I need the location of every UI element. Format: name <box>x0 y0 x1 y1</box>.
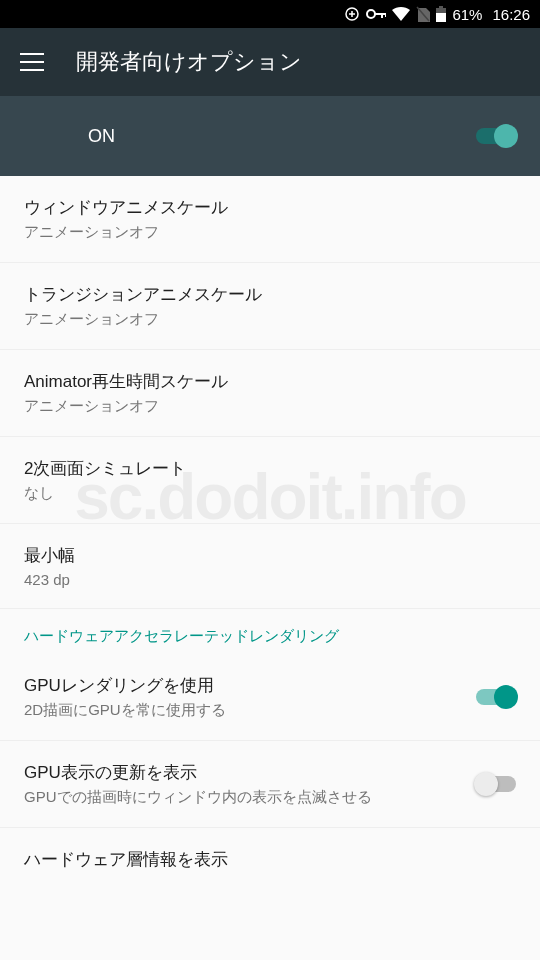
setting-show-hardware-layers[interactable]: ハードウェア層情報を表示 <box>0 828 540 895</box>
battery-icon <box>436 6 446 22</box>
setting-transition-anim-scale[interactable]: トランジションアニメスケール アニメーションオフ <box>0 263 540 350</box>
setting-subtitle: GPUでの描画時にウィンドウ内の表示を点滅させる <box>24 788 476 807</box>
setting-subtitle: アニメーションオフ <box>24 397 516 416</box>
setting-title: GPUレンダリングを使用 <box>24 674 476 697</box>
setting-title: トランジションアニメスケール <box>24 283 516 306</box>
setting-subtitle: アニメーションオフ <box>24 310 516 329</box>
setting-simulate-secondary-displays[interactable]: 2次画面シミュレート なし <box>0 437 540 524</box>
master-toggle-switch[interactable] <box>476 128 516 144</box>
svg-point-1 <box>367 10 375 18</box>
vpn-key-icon <box>366 8 386 20</box>
setting-window-anim-scale[interactable]: ウィンドウアニメスケール アニメーションオフ <box>0 176 540 263</box>
setting-force-gpu-rendering[interactable]: GPUレンダリングを使用 2D描画にGPUを常に使用する <box>0 654 540 741</box>
wifi-icon <box>392 7 410 21</box>
battery-percent: 61% <box>452 6 482 23</box>
setting-title: Animator再生時間スケール <box>24 370 516 393</box>
setting-title: ハードウェア層情報を表示 <box>24 848 516 871</box>
data-saver-icon <box>344 6 360 22</box>
hamburger-menu-icon[interactable] <box>20 53 44 71</box>
setting-title: GPU表示の更新を表示 <box>24 761 476 784</box>
setting-subtitle: 423 dp <box>24 571 516 588</box>
setting-subtitle: 2D描画にGPUを常に使用する <box>24 701 476 720</box>
toggle-switch[interactable] <box>476 689 516 705</box>
app-bar: 開発者向けオプション <box>0 28 540 96</box>
settings-list: ウィンドウアニメスケール アニメーションオフ トランジションアニメスケール アニ… <box>0 176 540 895</box>
svg-rect-4 <box>436 13 446 22</box>
setting-title: 2次画面シミュレート <box>24 457 516 480</box>
no-sim-icon <box>416 6 430 22</box>
master-toggle-row[interactable]: ON <box>0 96 540 176</box>
toggle-switch[interactable] <box>476 776 516 792</box>
setting-subtitle: なし <box>24 484 516 503</box>
setting-title: ウィンドウアニメスケール <box>24 196 516 219</box>
master-toggle-label: ON <box>88 126 115 147</box>
page-title: 開発者向けオプション <box>76 47 302 77</box>
svg-rect-3 <box>439 6 443 8</box>
setting-smallest-width[interactable]: 最小幅 423 dp <box>0 524 540 609</box>
setting-title: 最小幅 <box>24 544 516 567</box>
setting-subtitle: アニメーションオフ <box>24 223 516 242</box>
status-bar: 61% 16:26 <box>0 0 540 28</box>
section-header-hw-accel: ハードウェアアクセラレーテッドレンダリング <box>0 609 540 654</box>
setting-animator-duration-scale[interactable]: Animator再生時間スケール アニメーションオフ <box>0 350 540 437</box>
clock: 16:26 <box>492 6 530 23</box>
setting-show-gpu-view-updates[interactable]: GPU表示の更新を表示 GPUでの描画時にウィンドウ内の表示を点滅させる <box>0 741 540 828</box>
